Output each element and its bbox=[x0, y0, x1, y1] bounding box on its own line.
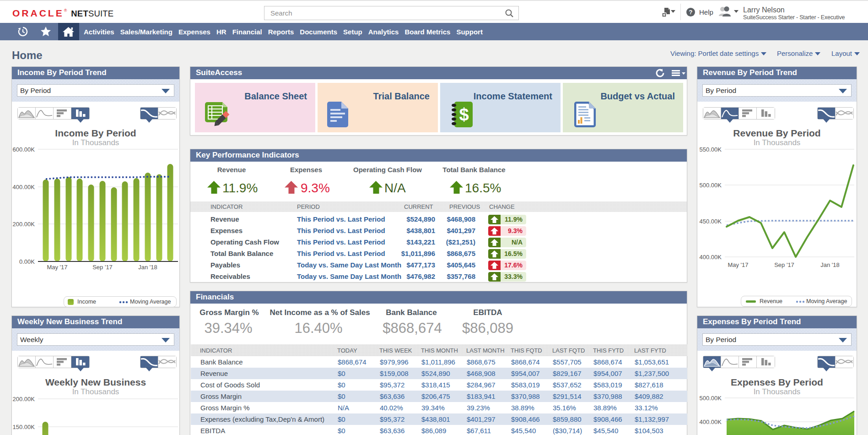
svg-text:500.00K: 500.00K bbox=[700, 395, 722, 402]
svg-text:May '17: May '17 bbox=[728, 261, 748, 268]
svg-text:400.00K: 400.00K bbox=[13, 184, 35, 190]
svg-text:200.00K: 200.00K bbox=[13, 221, 35, 228]
svg-text:500.00K: 500.00K bbox=[700, 182, 722, 189]
svg-text:600.00K: 600.00K bbox=[13, 146, 35, 153]
svg-text:May '17: May '17 bbox=[47, 264, 67, 271]
svg-text:Jan '18: Jan '18 bbox=[138, 264, 157, 271]
svg-text:?: ? bbox=[689, 9, 693, 16]
svg-text:Jan '18: Jan '18 bbox=[820, 261, 840, 268]
svg-text:200.00K: 200.00K bbox=[13, 396, 35, 402]
svg-text:450.00K: 450.00K bbox=[700, 218, 722, 225]
svg-text:150.00K: 150.00K bbox=[13, 424, 35, 430]
svg-text:Sep '17: Sep '17 bbox=[92, 264, 113, 271]
svg-text:400.00K: 400.00K bbox=[700, 254, 722, 261]
svg-text:400.00K: 400.00K bbox=[700, 419, 722, 425]
svg-text:550.00K: 550.00K bbox=[700, 146, 722, 153]
svg-text:$: $ bbox=[459, 105, 469, 124]
svg-text:Sep '17: Sep '17 bbox=[774, 261, 794, 268]
svg-text:0.00K: 0.00K bbox=[19, 258, 35, 265]
